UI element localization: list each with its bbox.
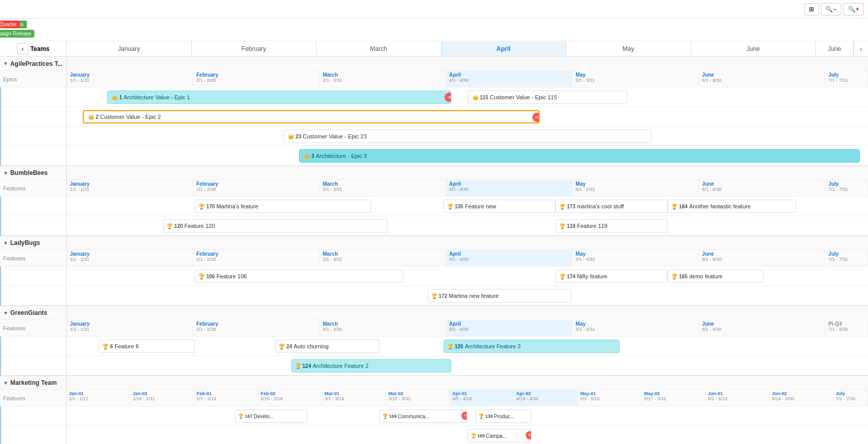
team-agilepractices-label: ▼ AgilePractices T... — [0, 57, 67, 70]
feature-169-bar[interactable]: 🏆 169 Communica... ⟳ — [379, 410, 467, 423]
bb-row-2-gantt: 🏆 120 Feature 120 🏆 119 Feature 119 — [67, 216, 868, 235]
nav-left-button[interactable]: ‹ — [17, 43, 28, 55]
feature-6-bar[interactable]: 🏆 6 Feature 6 — [99, 340, 195, 353]
feature-184-bar[interactable]: 🏆 184 Another fantastic feature — [668, 200, 796, 213]
feature-120-name: Feature 120 — [184, 223, 215, 229]
epic-23-bar[interactable]: 👑 23 Customer Value - Epic 23 — [283, 130, 652, 143]
team-agilepractices-header: ▼ AgilePractices T... — [0, 57, 868, 71]
bumblebees-gantt: 🏆 170 Martina's feature 🏆 135 Feature ne… — [0, 197, 868, 236]
feature-167-name: Develo... — [253, 414, 273, 419]
mkt-mar02: Mar-023/15 - 3/31 — [386, 390, 450, 406]
epic-1-link-icon[interactable]: ⟳ — [445, 93, 451, 102]
team-marketing-toggle[interactable]: ▼ — [3, 380, 8, 386]
lb-period-may: May5/1 - 5/31 — [572, 250, 699, 266]
feature-169-name: Communica... — [398, 414, 430, 419]
zoom-in-button[interactable]: 🔍+ — [843, 3, 864, 15]
month-april: April — [441, 41, 566, 56]
team-greengiants-label: ▼ GreenGiants — [0, 306, 67, 319]
feature-168-link-icon[interactable]: ⟳ — [526, 431, 531, 439]
lb-period-jul: July7/1 - 7/31 — [825, 250, 868, 266]
feature-135-name: Feature new — [465, 203, 496, 209]
today-line-gg — [0, 336, 1, 376]
mkt-may02: May-025/17 - 5/31 — [642, 390, 706, 406]
mkt-jan02: Jan-021/18 - 1/31 — [131, 390, 194, 406]
bb-period-jun: June 6/1 - 6/30 — [699, 180, 825, 196]
mkt-row-1-gantt: 🏆 167 Develo... 🏆 169 Communica... ⟳ 🏆 — [67, 406, 868, 425]
feature-135-bar[interactable]: 🏆 135 Feature new — [444, 200, 556, 213]
bb-period-may: May 5/1 - 5/31 — [572, 180, 699, 196]
ladybugs-sub-headers: Features January1/1 - 1/31 February2/1 -… — [0, 250, 868, 267]
milestone-end-quarter-2: End of Quarter — [0, 21, 20, 28]
feature-168-bar[interactable]: 🏆 168 Campa... ⟳ — [468, 429, 532, 442]
gg-period-feb: February2/1 - 2/28 — [193, 320, 320, 336]
bb-period-jul: July 7/1 - 7/31 — [825, 180, 868, 196]
epic-3-bar[interactable]: 👑 3 Architecture - Epic 3 — [299, 149, 860, 163]
teams-label: Teams — [30, 45, 49, 52]
ladybugs-periods: January1/1 - 1/31 February2/1 - 2/28 Mar… — [67, 250, 868, 266]
feature-165-bar[interactable]: 🏆 165 demo feature — [668, 270, 764, 283]
feature-174-icon: 🏆 — [559, 274, 565, 279]
feature-124-bar[interactable]: 🏆 124 Architecture Feature 2 — [291, 359, 452, 372]
feature-168-name: Campa... — [486, 433, 507, 439]
lb-row-1-left — [0, 267, 67, 286]
gg-period-apr: April4/1 - 4/30 — [446, 320, 572, 336]
team-greengiants-toggle[interactable]: ▼ — [3, 310, 8, 316]
month-july: June — [816, 41, 854, 56]
feature-124-icon: 🏆 — [295, 363, 301, 369]
team-ladybugs-name: LadyBugs — [10, 239, 40, 246]
feature-136-id: 136 — [485, 414, 493, 419]
gg-row-2-gantt: 🏆 124 Architecture Feature 2 — [67, 356, 868, 375]
feature-170-id: 170 — [206, 204, 215, 209]
feature-170-bar[interactable]: 🏆 170 Martina's feature — [195, 200, 371, 213]
marketing-gantt: 🏆 167 Develo... 🏆 169 Communica... ⟳ 🏆 — [0, 406, 868, 444]
epics-label: Epics — [0, 71, 67, 87]
nav-right-button[interactable]: › — [854, 41, 868, 56]
feature-174-bar[interactable]: 🏆 174 Nifty feature — [556, 270, 668, 283]
feature-173-bar[interactable]: 🏆 173 martina's cool stuff — [556, 200, 668, 213]
milestone-product-campaign: Product Campaign Release — [0, 30, 34, 38]
feature-24-bar[interactable]: 🏆 24 Auto churning — [275, 340, 379, 353]
feature-172-icon: 🏆 — [431, 293, 437, 299]
feature-165-icon: 🏆 — [671, 274, 677, 279]
mkt-row-1-left — [0, 406, 67, 425]
mkt-row-2-gantt: 🏆 168 Campa... ⟳ — [67, 426, 868, 444]
feature-136-bar[interactable]: 🏆 136 Produc... — [475, 410, 531, 423]
epic-2-link-icon[interactable]: ⟳ — [532, 113, 540, 122]
scroll-area[interactable]: ▼ AgilePractices T... Epics January 1/1 … — [0, 57, 868, 444]
epic-23-crown-icon: 👑 — [288, 134, 294, 139]
mkt-jun01: Jun-016/1 - 6/13 — [706, 390, 770, 406]
feature-119-bar[interactable]: 🏆 119 Feature 119 — [556, 219, 668, 233]
feature-126-bar[interactable]: 🏆 126 Architecture Feature 3 — [444, 340, 620, 353]
month-june: June — [691, 41, 816, 56]
epic-1-bar[interactable]: 👑 1 Architecture Value - Epic 1 ⟳ — [107, 91, 451, 104]
feature-172-bar[interactable]: 🏆 172 Martina new feature — [428, 289, 572, 303]
timeline-wrapper: Leadership Check-in End of Quarter Produ… — [0, 19, 868, 444]
team-agilepractices-toggle[interactable]: ▼ — [3, 61, 8, 66]
feature-167-bar[interactable]: 🏆 167 Develo... — [235, 410, 307, 423]
feature-184-name: Another fantastic feature — [689, 203, 751, 209]
feature-173-name: martina's cool stuff — [577, 203, 624, 209]
team-greengiants-name: GreenGiants — [10, 309, 47, 316]
feature-168-id: 168 — [477, 433, 485, 438]
feature-169-link-icon[interactable]: ⟳ — [461, 412, 467, 420]
epic-1-name: Architecture Value - Epic 1 — [124, 94, 190, 100]
grid-view-button[interactable]: ⊞ — [804, 3, 819, 15]
bb-period-jan: January 1/1 - 1/31 — [67, 180, 193, 196]
epic-115-bar[interactable]: 👑 115 Customer Value - Epic 115 — [468, 91, 628, 104]
epic-2-bar[interactable]: 👑 2 Customer Value - Epic 2 ⟳ — [83, 110, 540, 123]
feature-106-bar[interactable]: 🏆 106 Feature 106 — [195, 270, 403, 283]
team-bumblebees-toggle[interactable]: ▼ — [3, 170, 8, 176]
feature-174-id: 174 — [567, 274, 576, 279]
zoom-out-button[interactable]: 🔍− — [821, 3, 841, 15]
today-line-ap — [0, 87, 1, 166]
feature-106-id: 106 — [206, 274, 215, 279]
feature-165-id: 165 — [679, 274, 688, 279]
feature-120-bar[interactable]: 🏆 120 Feature 120 — [163, 219, 387, 233]
feature-165-name: demo feature — [689, 273, 723, 279]
epic-2-name: Customer Value - Epic 2 — [100, 114, 161, 120]
lb-row-1: 🏆 106 Feature 106 🏆 174 Nifty feature 🏆 … — [0, 267, 868, 286]
feature-24-name: Auto churning — [293, 343, 328, 349]
team-greengiants-header: ▼ GreenGiants — [0, 306, 868, 320]
team-ladybugs-toggle[interactable]: ▼ — [3, 240, 8, 246]
team-agilepractices-name: AgilePractices T... — [10, 60, 63, 67]
